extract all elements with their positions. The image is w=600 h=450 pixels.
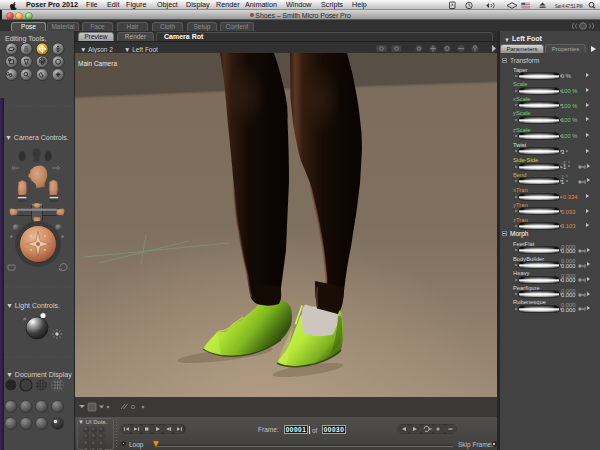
svg-text:▼ Light Controls.: ▼ Light Controls. <box>6 302 60 310</box>
svg-text:Editing Tools.: Editing Tools. <box>5 35 47 43</box>
svg-text:▼ Camera Controls.: ▼ Camera Controls. <box>5 134 69 141</box>
svg-text:▼ Document Display: ▼ Document Display <box>6 371 72 379</box>
svg-text:Main Camera: Main Camera <box>78 60 117 67</box>
svg-text:Sat 4:47:51 PM: Sat 4:47:51 PM <box>555 2 583 9</box>
